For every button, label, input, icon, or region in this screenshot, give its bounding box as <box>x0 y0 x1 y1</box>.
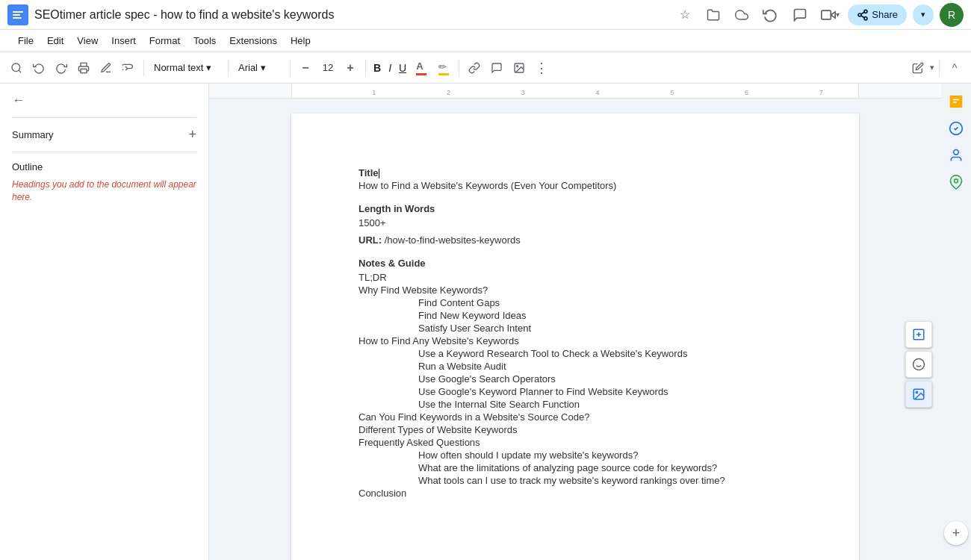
menu-insert[interactable]: Insert <box>105 32 142 49</box>
toc-item: Use a Keyword Research Tool to Check a W… <box>359 348 792 359</box>
comment-toolbar-button[interactable] <box>486 57 507 78</box>
svg-line-8 <box>19 70 21 72</box>
italic-button[interactable]: I <box>385 57 394 78</box>
image-toolbar-button[interactable] <box>509 57 530 78</box>
add-section-button[interactable]: + <box>944 521 968 545</box>
menu-format[interactable]: Format <box>143 32 186 49</box>
maps-icon[interactable] <box>944 170 968 194</box>
fab-add-button[interactable] <box>905 321 932 348</box>
history-button[interactable] <box>758 3 782 27</box>
summary-add-button[interactable]: + <box>188 127 196 143</box>
floating-actions <box>905 321 932 408</box>
separator-4 <box>365 60 366 76</box>
toc-item: Find Content Gaps <box>359 297 792 308</box>
format-paint-button[interactable] <box>118 57 139 78</box>
fab-image-button[interactable] <box>905 381 932 408</box>
toc-container: TL;DRWhy Find Website Keywords?Find Cont… <box>359 272 792 499</box>
video-button[interactable]: ▾ <box>818 3 842 27</box>
menu-file[interactable]: File <box>12 32 40 49</box>
spell-check-button[interactable] <box>96 57 117 78</box>
doc-length-value: 1500+ <box>359 217 792 228</box>
edit-mode-button[interactable] <box>908 57 928 78</box>
undo-button[interactable] <box>28 57 49 78</box>
svg-point-17 <box>955 179 958 183</box>
document-wrapper: Title How to Find a Website's Keywords (… <box>209 99 941 560</box>
underline-button[interactable]: U <box>396 57 409 78</box>
menu-tools[interactable]: Tools <box>187 32 222 49</box>
document-page[interactable]: Title How to Find a Website's Keywords (… <box>291 113 859 560</box>
summary-section: Summary + <box>0 118 208 152</box>
title-icons: ☆ <box>674 4 752 25</box>
collapse-toolbar-button[interactable]: ^ <box>944 57 965 78</box>
separator-6 <box>939 60 940 76</box>
svg-point-11 <box>517 65 518 66</box>
comment-button[interactable] <box>788 3 812 27</box>
toc-item: What are the limitations of analyzing pa… <box>359 462 792 473</box>
font-size-value[interactable]: 12 <box>317 62 338 73</box>
doc-url-label: URL: <box>359 234 382 246</box>
svg-rect-1 <box>822 10 831 19</box>
doc-url-value: /how-to-find-websites-keywords <box>385 234 521 246</box>
svg-line-5 <box>861 16 865 18</box>
sticky-note-icon[interactable] <box>944 90 968 113</box>
share-dropdown-button[interactable]: ▾ <box>913 4 934 25</box>
svg-point-3 <box>858 13 861 16</box>
print-button[interactable] <box>73 57 94 78</box>
toc-item: Use Google's Search Operators <box>359 373 792 385</box>
cloud-icon[interactable] <box>731 4 752 25</box>
document-title: SEOtimer article spec - how to find a we… <box>34 8 668 22</box>
doc-length-heading: Length in Words <box>359 203 792 214</box>
text-color-button[interactable]: A <box>411 57 432 78</box>
ruler: 1 2 3 4 5 6 7 <box>209 84 941 99</box>
toc-item: Use Google's Keyword Planner to Find Web… <box>359 386 792 397</box>
highlight-button[interactable]: ✏ <box>433 57 454 78</box>
toc-item: Find New Keyword Ideas <box>359 310 792 321</box>
menu-bar: File Edit View Insert Format Tools Exten… <box>0 30 971 52</box>
svg-point-4 <box>864 16 867 19</box>
more-toolbar-button[interactable]: ⋮ <box>531 57 552 78</box>
separator-2 <box>228 60 229 76</box>
title-right: ▾ Share ▾ R <box>758 3 964 27</box>
bold-button[interactable]: B <box>370 57 384 78</box>
title-bar: SEOtimer article spec - how to find a we… <box>0 0 971 30</box>
toc-item: Conclusion <box>359 488 792 499</box>
share-button[interactable]: Share <box>848 4 907 25</box>
font-dropdown[interactable]: Arial ▾ <box>233 59 285 76</box>
doc-title-value: How to Find a Website's Keywords (Even Y… <box>359 180 792 191</box>
sidebar: ← Summary + Outline Headings you add to … <box>0 84 209 560</box>
search-toolbar-btn[interactable] <box>6 57 27 78</box>
link-button[interactable] <box>464 57 485 78</box>
toc-item: Can You Find Keywords in a Website's Sou… <box>359 411 792 423</box>
font-size-control: − 12 + <box>295 57 361 78</box>
fab-emoji-button[interactable] <box>905 351 932 378</box>
toc-item: How often should I update my website's k… <box>359 449 792 461</box>
star-icon[interactable]: ☆ <box>674 4 695 25</box>
cursor <box>379 169 379 178</box>
font-size-increase[interactable]: + <box>340 57 361 78</box>
svg-point-7 <box>12 63 20 72</box>
menu-help[interactable]: Help <box>285 32 317 49</box>
menu-extensions[interactable]: Extensions <box>223 32 283 49</box>
menu-view[interactable]: View <box>71 32 104 49</box>
style-dropdown[interactable]: Normal text ▾ <box>149 59 223 76</box>
contacts-icon[interactable] <box>944 143 968 167</box>
font-size-decrease[interactable]: − <box>295 57 316 78</box>
separator-5 <box>459 60 459 76</box>
folder-icon[interactable] <box>703 4 724 25</box>
tasks-icon[interactable] <box>944 116 968 140</box>
avatar[interactable]: R <box>940 3 964 27</box>
menu-edit[interactable]: Edit <box>41 32 69 49</box>
svg-point-16 <box>954 150 959 155</box>
svg-point-25 <box>916 391 917 393</box>
svg-marker-0 <box>831 11 835 17</box>
document-area[interactable]: 1 2 3 4 5 6 7 Title How to Find a Websit… <box>209 84 941 560</box>
doc-notes-heading: Notes & Guide <box>359 258 792 269</box>
separator-1 <box>143 60 144 76</box>
app-icon <box>7 4 28 25</box>
outline-section: Outline Headings you add to the document… <box>0 152 208 213</box>
svg-point-21 <box>913 359 925 370</box>
summary-header: Summary + <box>12 127 196 143</box>
sidebar-back-button[interactable]: ← <box>12 93 25 108</box>
summary-title: Summary <box>12 129 54 140</box>
redo-button[interactable] <box>51 57 72 78</box>
